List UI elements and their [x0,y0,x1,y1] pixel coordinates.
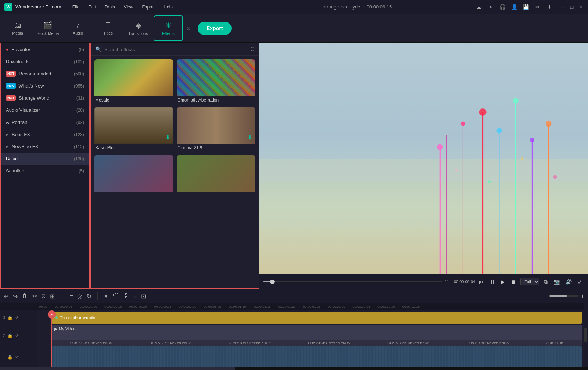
close-button[interactable]: ✕ [578,4,584,10]
lock-icon-1[interactable]: 🔒 [7,355,13,360]
save-icon[interactable]: 💾 [522,3,530,11]
tool-titles[interactable]: T Titles [93,15,123,41]
tool-stock-media[interactable]: 🎬 Stock Media [33,15,62,41]
timeline-tracks[interactable]: :00:00 00:00:00:05 00:00:00:10 00:00:00:… [37,303,584,367]
playhead-handle[interactable]: ✂ [48,310,56,319]
zoom-out-button[interactable]: − [544,293,547,299]
sidebar-item-newblue-fx[interactable]: ▶ NewBlue FX (112) [1,140,89,153]
export-button[interactable]: Export [198,22,232,35]
track-number-3: 3 [3,316,5,320]
ruler-mark-8: 00:00:01:10 [229,305,246,309]
multi-track-button[interactable]: ≡ [133,293,137,299]
minimize-button[interactable]: ─ [560,4,566,10]
menu-tools[interactable]: Tools [101,3,119,11]
download-icon[interactable]: ⬇ [545,3,553,11]
beat-button[interactable]: ◎ [77,293,82,300]
lyric-button[interactable]: ↻ [87,293,92,300]
window-controls: ─ □ ✕ [560,4,584,10]
sidebar-item-boris-fx[interactable]: ▶ Boris FX (123) [1,128,89,140]
sidebar-item-ai-portrait[interactable]: AI Portrait (92) [1,116,89,128]
cloud-icon[interactable]: ☁ [475,3,483,11]
sidebar-item-whats-new[interactable]: New What's New (955) [1,80,89,92]
toolbar-expand-button[interactable]: » [184,23,194,33]
fullscreen-button[interactable]: ⤢ [576,278,584,285]
video-clip[interactable]: ▶ My Video OUR STORY NEVER ENDS OUR STOR… [51,325,582,346]
zoom-controls: − + [544,293,584,299]
timeline-scrollbar[interactable] [0,367,588,370]
watermark-1: OUR STORY NEVER ENDS [70,341,112,345]
undo-button[interactable]: ↩ [4,293,8,300]
menu-file[interactable]: File [69,3,83,11]
svg-point-4 [437,144,443,150]
crop-button[interactable]: ⧖ [42,293,46,299]
titles-icon: T [106,21,110,29]
effect-card-basic-blur[interactable]: ⬇ Basic Blur [94,107,173,151]
redo-button[interactable]: ↪ [13,293,18,300]
audio-wave-button[interactable]: 〰 [67,293,73,299]
sidebar-item-favorites[interactable]: ♥ Favorites (0) [1,43,89,56]
user-icon[interactable]: 👤 [510,3,518,11]
mask-button[interactable]: 🛡 [113,293,119,299]
volume-button[interactable]: 🔊 [564,278,573,285]
lock-icon-3[interactable]: 🔒 [7,315,13,320]
ruler-mark-10: 00:00:01:20 [278,305,296,309]
effect-card-chromatic[interactable]: Chromatic Aberration [177,59,255,103]
progress-handle[interactable] [270,280,275,284]
sidebar-item-basic[interactable]: Basic (130) [1,153,89,165]
stop-button[interactable]: ⏹ [509,278,517,285]
grid-view-icon[interactable]: ⠿ [251,47,254,52]
thumb-blur-bg [94,107,173,144]
tool-media[interactable]: 🗂 Media [3,15,32,41]
effect-card-cinema[interactable]: ⬇ Cinema 21:9 [177,107,255,151]
search-input[interactable] [104,47,248,52]
sidebar-ai-portrait-label: AI Portrait [6,120,27,125]
sidebar-item-downloads[interactable]: Downloads (102) [1,56,89,68]
eye-icon-1[interactable]: 👁 [15,355,19,360]
audio-clip[interactable] [51,346,582,367]
lock-icon-2[interactable]: 🔒 [7,333,13,338]
svg-rect-1 [259,159,588,228]
effect-card-4[interactable]: — [177,155,255,199]
eye-icon-2[interactable]: 👁 [15,333,19,338]
tool-audio[interactable]: ♪ Audio [63,15,93,41]
effect-apply-button[interactable]: ✦ [104,293,108,300]
chromatic-aberration-clip[interactable]: ✚ Chromatic Aberration [51,312,582,324]
headphone-icon[interactable]: 🎧 [498,3,506,11]
menu-edit[interactable]: Edit [85,3,100,11]
sidebar-item-recommended[interactable]: HOT Recommended (500) [1,68,89,80]
ruler-mark-11: 00:00:01:25 [303,305,321,309]
snapshot-button[interactable]: 📷 [552,278,561,285]
effect-card-3[interactable]: — [94,155,173,199]
tool-effects[interactable]: ✳ Effects [154,15,183,41]
delete-button[interactable]: 🗑 [22,293,28,299]
play-button[interactable]: ▶ [499,278,506,285]
timeline-vertical-scrollbar[interactable] [584,303,588,367]
tool-transitions[interactable]: ◈ Transitions [123,15,153,41]
sidebar-item-scanline[interactable]: Scanline (5) [1,165,89,177]
effect-name-mosaic: Mosaic [94,96,173,103]
play-pause-button[interactable]: ⏸ [488,278,496,285]
zoom-slider[interactable] [549,295,579,297]
menu-export[interactable]: Export [139,3,159,11]
progress-bar[interactable] [263,281,442,282]
voice-button[interactable]: 🎙 [123,293,129,299]
preview-area: { } 00:00:00:04 ⏮ ⏸ ▶ ⏹ Full 1/2 1/4 ⧉ 📷… [259,43,588,289]
sidebar-item-audio-visualizer[interactable]: Audio Visualizer (28) [1,104,89,116]
quality-selector[interactable]: Full 1/2 1/4 [520,278,539,285]
zoom-in-button[interactable]: + [581,293,584,299]
pip-button[interactable]: ⧉ [542,278,549,286]
eye-icon-3[interactable]: 👁 [15,315,19,320]
tool-effects-label: Effects [162,31,174,36]
stock-media-icon: 🎬 [43,21,53,30]
effect-card-mosaic[interactable]: Mosaic [94,59,173,103]
mail-icon[interactable]: ✉ [534,3,542,11]
sidebar-item-strange-world[interactable]: HOT Strange World (31) [1,92,89,104]
cut-button[interactable]: ✂ [32,293,37,300]
menu-view[interactable]: View [120,3,137,11]
split-button[interactable]: ⊞ [50,293,55,300]
step-back-button[interactable]: ⏮ [477,278,485,285]
maximize-button[interactable]: □ [569,4,575,10]
resize-button[interactable]: ⊡ [141,293,146,300]
brightness-icon[interactable]: ☀ [487,3,495,11]
menu-help[interactable]: Help [160,3,176,11]
